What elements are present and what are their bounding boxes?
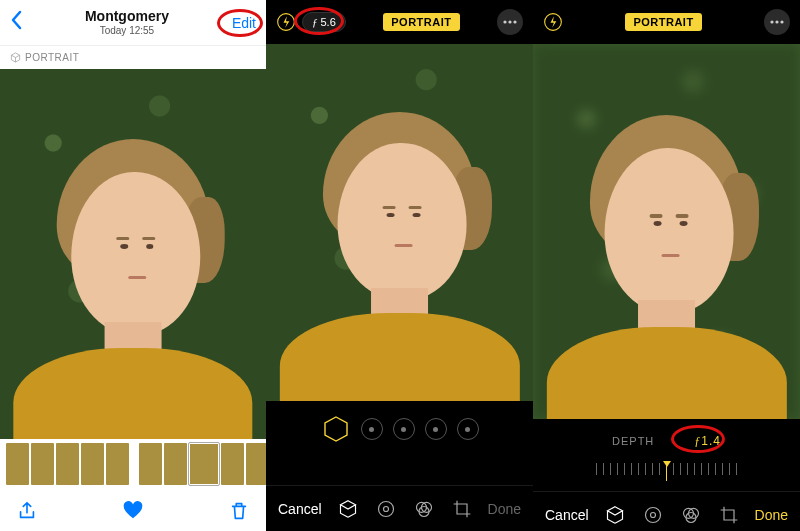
thumbnail[interactable] xyxy=(56,443,79,485)
editor-toolbar: Cancel Done xyxy=(533,491,800,531)
trash-icon[interactable] xyxy=(228,500,250,522)
depth-value: ƒ1.4 xyxy=(694,434,721,449)
lighting-effect[interactable] xyxy=(361,418,383,440)
svg-point-2 xyxy=(508,20,511,23)
lighting-effect[interactable] xyxy=(425,418,447,440)
thumbnail-selected[interactable] xyxy=(189,443,219,485)
header-title-block: Montgomery Today 12:55 xyxy=(85,9,169,35)
svg-point-5 xyxy=(378,501,393,516)
adjust-tool-icon[interactable] xyxy=(643,505,663,525)
portrait-tool-icon[interactable] xyxy=(605,505,625,525)
filters-tool-icon[interactable] xyxy=(414,499,434,519)
portrait-mode-badge[interactable]: PORTRAIT xyxy=(625,13,701,31)
flash-icon[interactable] xyxy=(543,12,563,32)
editor-header: ƒ5.6 PORTRAIT xyxy=(266,0,533,44)
photo-timestamp: Today 12:55 xyxy=(85,25,169,36)
adjust-tool-icon[interactable] xyxy=(376,499,396,519)
back-button[interactable] xyxy=(10,10,22,36)
f-symbol: ƒ xyxy=(312,16,318,28)
editor-header: PORTRAIT xyxy=(533,0,800,44)
editor-pane-depth: PORTRAIT DEPTH ƒ1.4 Cancel Done xyxy=(533,0,800,531)
crop-tool-icon[interactable] xyxy=(452,499,472,519)
more-button[interactable] xyxy=(497,9,523,35)
svg-point-14 xyxy=(645,507,660,522)
thumbnail[interactable] xyxy=(81,443,104,485)
editor-photo[interactable] xyxy=(266,44,533,401)
main-photo[interactable] xyxy=(0,69,266,439)
edit-button[interactable]: Edit xyxy=(232,15,256,31)
viewer-header: Montgomery Today 12:55 Edit xyxy=(0,0,266,46)
cube-icon xyxy=(10,52,21,63)
portrait-mode-badge[interactable]: PORTRAIT xyxy=(383,13,459,31)
depth-label: DEPTH xyxy=(612,435,654,447)
done-button[interactable]: Done xyxy=(488,501,521,517)
thumbnail[interactable] xyxy=(139,443,162,485)
photos-viewer-pane: Montgomery Today 12:55 Edit PORTRAIT xyxy=(0,0,266,531)
crop-tool-icon[interactable] xyxy=(719,505,739,525)
editor-toolbar: Cancel Done xyxy=(266,485,533,531)
portrait-tool-icon[interactable] xyxy=(338,499,358,519)
svg-point-1 xyxy=(503,20,506,23)
album-name: Montgomery xyxy=(85,9,169,24)
lighting-effect[interactable] xyxy=(457,418,479,440)
lighting-effect-natural[interactable] xyxy=(321,414,351,444)
editor-pane-effects: ƒ5.6 PORTRAIT Cancel Done xyxy=(266,0,533,531)
cancel-button[interactable]: Cancel xyxy=(545,507,589,523)
viewer-toolbar xyxy=(0,489,266,531)
thumbnail[interactable] xyxy=(164,443,187,485)
thumbnail-strip[interactable] xyxy=(0,439,266,489)
svg-point-11 xyxy=(770,20,773,23)
thumbnail[interactable] xyxy=(106,443,129,485)
thumbnail[interactable] xyxy=(31,443,54,485)
lighting-effects-row xyxy=(266,401,533,457)
more-button[interactable] xyxy=(764,9,790,35)
svg-point-15 xyxy=(650,512,655,517)
svg-point-3 xyxy=(513,20,516,23)
svg-point-13 xyxy=(780,20,783,23)
cancel-button[interactable]: Cancel xyxy=(278,501,322,517)
flash-icon[interactable] xyxy=(276,12,296,32)
thumbnail[interactable] xyxy=(6,443,29,485)
svg-point-12 xyxy=(775,20,778,23)
thumbnail[interactable] xyxy=(246,443,266,485)
heart-icon[interactable] xyxy=(122,500,144,522)
depth-slider[interactable] xyxy=(533,463,800,491)
filters-tool-icon[interactable] xyxy=(681,505,701,525)
share-icon[interactable] xyxy=(16,500,38,522)
editor-photo[interactable] xyxy=(533,44,800,419)
svg-point-6 xyxy=(383,506,388,511)
lighting-effect[interactable] xyxy=(393,418,415,440)
depth-control-row: DEPTH ƒ1.4 xyxy=(533,419,800,463)
svg-marker-4 xyxy=(325,417,347,441)
aperture-pill[interactable]: ƒ5.6 xyxy=(302,12,346,32)
portrait-tag-label: PORTRAIT xyxy=(25,52,79,63)
thumbnail[interactable] xyxy=(221,443,244,485)
done-button[interactable]: Done xyxy=(755,507,788,523)
portrait-mode-tag: PORTRAIT xyxy=(0,46,89,69)
aperture-value: 5.6 xyxy=(321,16,336,28)
slider-indicator-icon xyxy=(663,461,671,467)
